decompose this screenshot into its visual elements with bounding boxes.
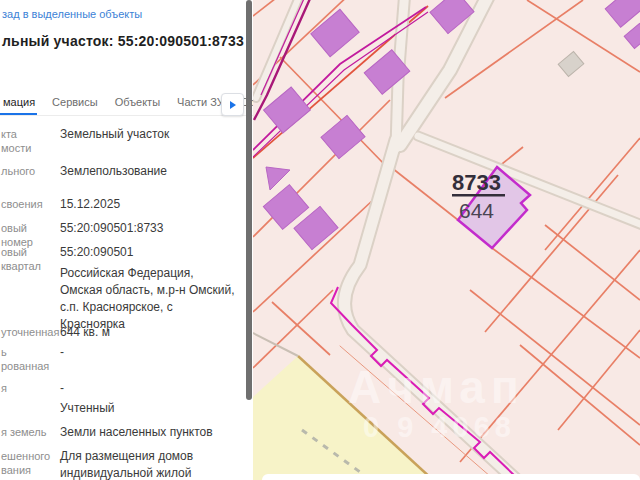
detail-label: ь рованная: [1, 345, 53, 373]
detail-value: Учтенный: [60, 400, 238, 417]
detail-label: своения: [1, 197, 53, 211]
panel-scrollbar[interactable]: [246, 0, 253, 480]
detail-value: Российская Федерация, Омская область, м.…: [60, 265, 238, 333]
detail-value: 55:20:090501: [60, 244, 238, 261]
parcel-number-label: 8733: [452, 170, 501, 195]
map-canvas[interactable]: 8733 644 Ачмап 0 9 4068: [253, 0, 640, 480]
scrollbar-thumb[interactable]: [246, 0, 252, 400]
watermark-phone: 0 9 4068: [363, 411, 516, 443]
detail-label: я земель: [1, 425, 53, 439]
detail-label: кта мости: [1, 127, 53, 155]
cadastral-map[interactable]: 8733 644 Ачмап 0 9 4068: [253, 0, 640, 480]
detail-label: уточненная: [1, 325, 53, 339]
chevron-right-icon: [230, 101, 236, 109]
detail-value: Землепользование: [60, 163, 238, 180]
app-window: зад в выделенные объекты льный участок: …: [0, 0, 640, 480]
watermark-text: Ачмап: [348, 361, 525, 413]
detail-label: овый квартал: [1, 245, 53, 273]
detail-label: я: [1, 381, 53, 395]
detail-value: Для размещения домов индивидуальной жило…: [60, 448, 238, 480]
detail-value: -: [60, 380, 238, 397]
detail-value: Земли населенных пунктов: [60, 424, 238, 441]
detail-label: льного: [1, 164, 53, 178]
detail-value: 55:20:090501:8733: [60, 220, 238, 237]
detail-value: 644 кв. м: [60, 324, 238, 341]
detail-label: ешенного вания: [1, 449, 53, 477]
detail-value: 15.12.2025: [60, 196, 238, 213]
watermark: Ачмап 0 9 4068: [348, 361, 525, 443]
detail-value: Земельный участок: [60, 126, 238, 143]
detail-value: -: [60, 344, 238, 361]
parcel-details: кта мости Земельный участок льного Земле…: [0, 0, 253, 480]
parcel-info-panel: зад в выделенные объекты льный участок: …: [0, 0, 253, 480]
tab-scroll-right-button[interactable]: [221, 93, 244, 116]
bottom-sheet-edge: [262, 474, 640, 480]
parcel-area-label: 644: [459, 199, 494, 222]
